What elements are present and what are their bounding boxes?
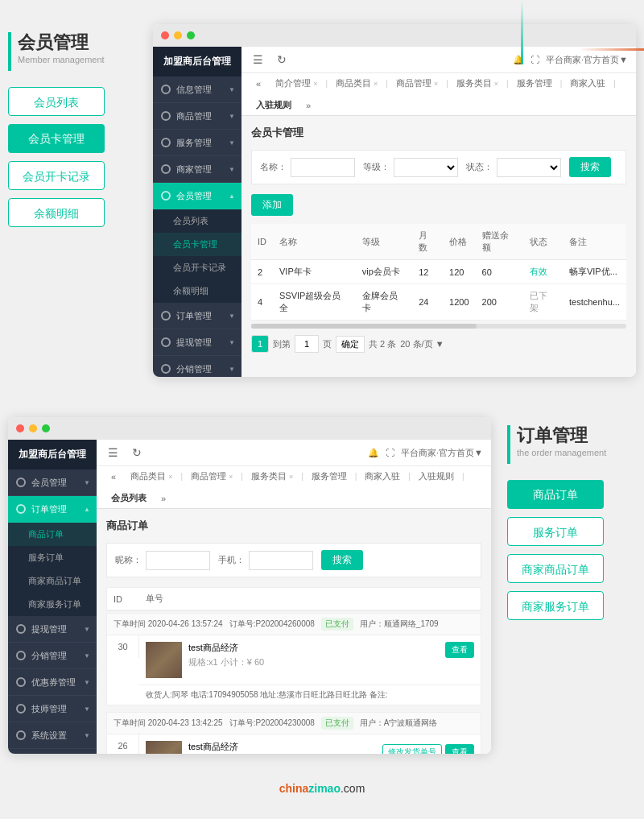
bottom-sub-service-order[interactable]: 服务订单: [8, 546, 97, 569]
bottom-tab-product-manage[interactable]: 商品管理 ×: [184, 466, 239, 486]
chevron-down-icon-7: ▼: [229, 366, 235, 373]
menu-icon[interactable]: ☰: [250, 52, 266, 68]
sidebar-sub-member-list[interactable]: 会员列表: [153, 209, 242, 233]
sidebar-item-withdraw[interactable]: 提现管理 ▼: [153, 329, 242, 356]
chevron-down-icon-3: ▼: [229, 139, 235, 147]
bottom-sidebar-finance[interactable]: 财务统计 ▼: [8, 749, 97, 754]
order-header-table: ID 单号: [107, 588, 481, 610]
bottom-tab-join-rules[interactable]: 入驻规则: [412, 466, 460, 486]
dot-red: [161, 31, 169, 39]
table-header-row: ID 名称 等级 月数 价格 赠送余额 状态 备注: [251, 224, 626, 260]
bottom-tech-icon: [14, 702, 27, 715]
tab-intro-close[interactable]: ×: [313, 80, 317, 88]
sidebar-item-distribute[interactable]: 分销管理 ▼: [153, 356, 242, 377]
order-status-2: 已支付: [321, 717, 353, 730]
order-icon: [159, 309, 172, 322]
sidebar-item-member[interactable]: 会员管理 ▲: [153, 183, 242, 209]
tab-intro-label: 简介管理: [275, 77, 311, 89]
bottom-tab-close-3[interactable]: ×: [289, 473, 293, 481]
page-1-button[interactable]: 1: [251, 335, 269, 353]
tab-product-manage[interactable]: 商品管理 ×: [390, 73, 444, 93]
member-open-button[interactable]: 会员开卡记录: [8, 161, 105, 190]
bottom-sidebar-settings[interactable]: 系统设置 ▼: [8, 722, 97, 749]
view-button-2[interactable]: 查看: [445, 744, 474, 754]
tab-product-cat[interactable]: 商品类目 ×: [329, 73, 384, 93]
sidebar-item-info[interactable]: 信息管理 ▼: [153, 77, 242, 103]
bottom-sidebar-distribute[interactable]: 分销管理 ▼: [8, 643, 97, 669]
tab-chevron-left[interactable]: «: [250, 75, 267, 93]
tab-chevron-right[interactable]: »: [299, 97, 317, 114]
browser-titlebar: [153, 24, 636, 47]
merchant-product-order-button[interactable]: 商家商品订单: [507, 554, 604, 583]
bottom-sidebar-member[interactable]: 会员管理 ▼: [8, 469, 97, 496]
bottom-tab-chevron-left[interactable]: «: [105, 468, 122, 486]
tab-service-cat[interactable]: 服务类目 ×: [450, 73, 505, 93]
pagination-confirm[interactable]: 确定: [336, 336, 365, 353]
bottom-sub-merchant-product[interactable]: 商家商品订单: [8, 569, 97, 593]
bottom-refresh-icon[interactable]: ↻: [129, 445, 145, 461]
level-select[interactable]: [394, 158, 458, 177]
tab-merchant-join[interactable]: 商家入驻: [564, 73, 612, 93]
sidebar-sub-member: 会员列表 会员卡管理 会员开卡记录 余额明细: [153, 209, 242, 303]
tab-product-cat-close[interactable]: ×: [374, 80, 378, 88]
bottom-sub-product-order[interactable]: 商品订单: [8, 523, 97, 546]
sidebar-item-merchant[interactable]: 商家管理 ▼: [153, 156, 242, 183]
add-button[interactable]: 添加: [251, 194, 293, 216]
refresh-icon[interactable]: ↻: [274, 52, 290, 68]
bottom-search-button[interactable]: 搜索: [321, 550, 363, 570]
nickname-input[interactable]: [146, 551, 210, 570]
sidebar-item-service[interactable]: 服务管理 ▼: [153, 130, 242, 156]
page-input[interactable]: [295, 335, 319, 353]
merchant-service-order-button[interactable]: 商家服务订单: [507, 591, 604, 620]
tab-product-manage-label: 商品管理: [396, 77, 431, 89]
watermark-com: .com: [341, 782, 365, 795]
bottom-content-title: 商品订单: [106, 519, 481, 533]
change-order-button[interactable]: 修改发货单号: [382, 744, 442, 754]
bottom-tab-merchant-join[interactable]: 商家入驻: [358, 466, 407, 486]
member-list-button[interactable]: 会员列表: [8, 87, 105, 116]
bottom-tab-member-list[interactable]: 会员列表: [105, 488, 153, 508]
horizontal-scrollbar[interactable]: [251, 324, 626, 329]
view-button-1[interactable]: 查看: [445, 642, 474, 658]
bottom-tab-service-cat[interactable]: 服务类目 ×: [245, 466, 299, 486]
bottom-tab-close-1[interactable]: ×: [168, 473, 172, 481]
bottom-chevron-3: ▼: [84, 626, 90, 633]
sidebar-sub-member-card[interactable]: 会员卡管理: [153, 233, 242, 256]
bottom-bell-icon[interactable]: 🔔: [368, 448, 379, 458]
service-order-button[interactable]: 服务订单: [507, 517, 604, 546]
bottom-menu-icon[interactable]: ☰: [105, 445, 121, 461]
sidebar-sub-balance[interactable]: 余额明细: [153, 279, 242, 303]
tab-product-manage-close[interactable]: ×: [434, 80, 438, 88]
status-select[interactable]: [497, 158, 561, 177]
bottom-tab-chevron-right[interactable]: »: [155, 490, 172, 507]
product-order-button[interactable]: 商品订单: [507, 480, 604, 509]
resize-icon[interactable]: ⛶: [530, 55, 539, 64]
bottom-sidebar-order[interactable]: 订单管理 ▲: [8, 496, 97, 523]
bottom-sidebar-coupon[interactable]: 优惠券管理 ▼: [8, 669, 97, 696]
sidebar-item-order[interactable]: 订单管理 ▼: [153, 303, 242, 329]
search-button[interactable]: 搜索: [569, 157, 611, 177]
sidebar-label-member: 会员管理: [176, 190, 229, 202]
bottom-sidebar-withdraw[interactable]: 提现管理 ▼: [8, 616, 97, 643]
sidebar-sub-member-open[interactable]: 会员开卡记录: [153, 256, 242, 279]
platform-label[interactable]: 平台商家·官方首页▼: [546, 54, 628, 66]
bottom-tab-product-cat[interactable]: 商品类目 ×: [124, 466, 179, 486]
app-main: ☰ ↻ 🔔 ⛶ 平台商家·官方首页▼ « 简介管理 × |: [242, 47, 636, 377]
bottom-sub-merchant-service[interactable]: 商家服务订单: [8, 593, 97, 616]
pagination-perpage[interactable]: 20 条/页 ▼: [400, 338, 444, 350]
tab-join-rules[interactable]: 入驻规则: [250, 95, 298, 115]
tab-service-cat-close[interactable]: ×: [494, 80, 498, 88]
balance-detail-button[interactable]: 余额明细: [8, 198, 105, 227]
bottom-resize-icon[interactable]: ⛶: [386, 448, 394, 457]
tab-service-manage[interactable]: 服务管理: [510, 73, 559, 93]
tab-intro[interactable]: 简介管理 ×: [269, 73, 324, 93]
chevron-up-icon: ▲: [229, 192, 235, 200]
bottom-platform-label[interactable]: 平台商家·官方首页▼: [401, 447, 483, 459]
sidebar-item-product[interactable]: 商品管理 ▼: [153, 103, 242, 130]
phone-input[interactable]: [249, 551, 313, 570]
bottom-sidebar-tech[interactable]: 技师管理 ▼: [8, 696, 97, 722]
member-card-button[interactable]: 会员卡管理: [8, 124, 105, 153]
name-input[interactable]: [291, 158, 355, 177]
bottom-tab-close-2[interactable]: ×: [229, 473, 233, 481]
bottom-tab-service-manage[interactable]: 服务管理: [305, 466, 353, 486]
